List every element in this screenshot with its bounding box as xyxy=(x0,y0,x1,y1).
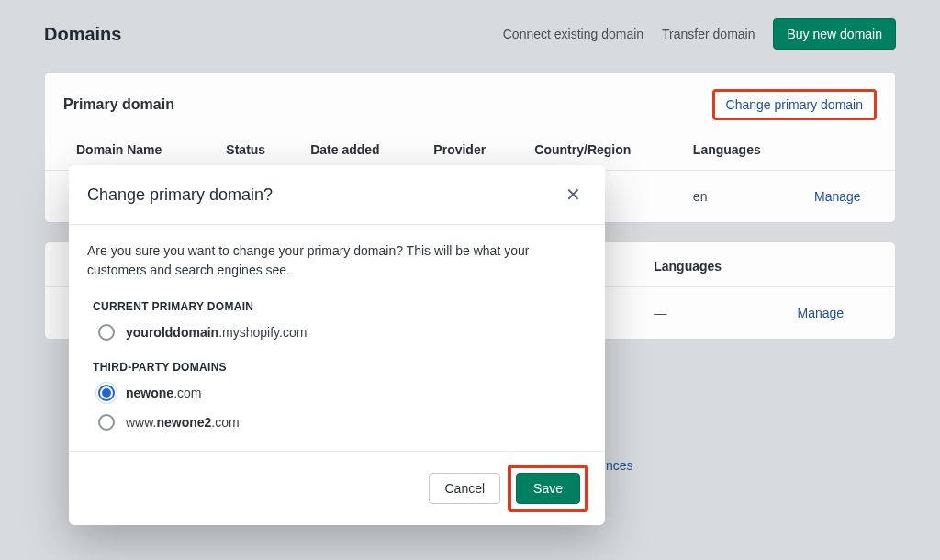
cancel-button[interactable]: Cancel xyxy=(429,473,500,504)
radio-icon xyxy=(98,324,115,341)
modal-backdrop: Change primary domain? ✕ Are you sure yo… xyxy=(0,0,940,560)
current-domain-label: yourolddomain.myshopify.com xyxy=(126,325,307,340)
save-button[interactable]: Save xyxy=(516,473,580,504)
radio-current-domain[interactable]: yourolddomain.myshopify.com xyxy=(98,324,587,341)
change-primary-domain-modal: Change primary domain? ✕ Are you sure yo… xyxy=(69,165,605,525)
radio-newone[interactable]: newone.com xyxy=(98,385,587,401)
close-icon[interactable]: ✕ xyxy=(560,182,587,207)
radio-newone2[interactable]: www.newone2.com xyxy=(98,414,587,431)
option-newone2-label: www.newone2.com xyxy=(126,415,240,430)
modal-title: Change primary domain? xyxy=(87,185,273,205)
third-party-heading: THIRD-PARTY DOMAINS xyxy=(93,361,587,374)
radio-icon xyxy=(98,414,115,431)
option-newone-label: newone.com xyxy=(126,386,201,400)
modal-description: Are you sure you want to change your pri… xyxy=(87,241,587,280)
radio-icon-selected xyxy=(98,385,115,401)
save-button-highlight: Save xyxy=(508,465,588,512)
current-primary-heading: CURRENT PRIMARY DOMAIN xyxy=(93,300,587,313)
